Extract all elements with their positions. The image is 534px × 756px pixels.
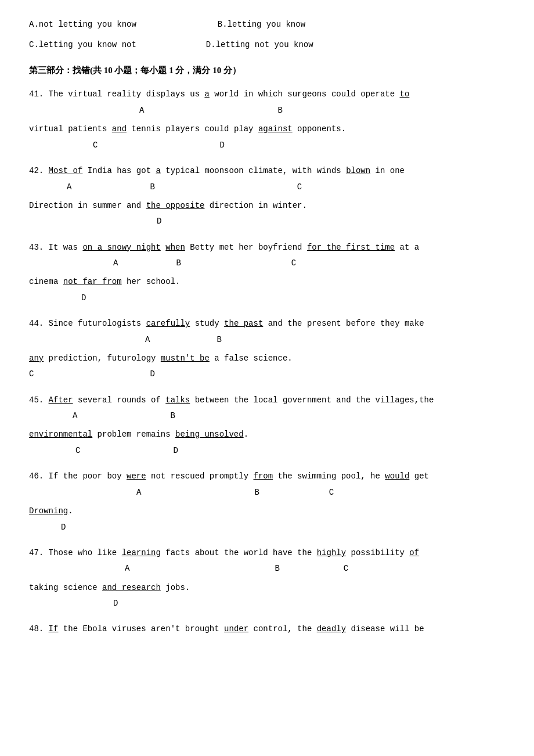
q47-underline-b: highly	[317, 548, 346, 557]
q47-label-a: A	[125, 561, 129, 576]
q46-label-c: C	[329, 485, 334, 500]
q46-text1: 46. If the poor boy were not rescued pro…	[29, 469, 505, 484]
q45-underline-b: talks	[165, 395, 190, 405]
q47-labels1: A B C	[29, 561, 505, 576]
q47-labels2: D	[29, 596, 505, 611]
q46-label-a: A	[136, 485, 141, 500]
q44-labels2: C D	[29, 367, 505, 381]
q43-labels1: A B C	[29, 256, 505, 271]
question-41: 41. The virtual reality displays us a wo…	[29, 87, 505, 153]
q41-label-d: D	[219, 138, 224, 153]
q41-underline-c: and	[112, 124, 127, 134]
q42-labels2: D	[29, 214, 505, 229]
q41-labels1: A B	[29, 103, 505, 118]
q43-label-c: C	[291, 256, 296, 271]
q44-labels1: A B	[29, 333, 505, 347]
q47-label-d: D	[113, 596, 118, 611]
q42-labels1: A B C	[29, 180, 505, 195]
q48-underline-a: If	[49, 624, 59, 633]
question-48: 48. If the Ebola viruses aren't brought …	[29, 621, 505, 637]
q46-labels2: D	[29, 520, 505, 535]
question-45: 45. After several rounds of talks betwee…	[29, 393, 505, 459]
q42-label-d: D	[157, 214, 161, 229]
q41-label-a: A	[139, 103, 144, 118]
answer-row-1: A.not letting you know B.letting you kno…	[29, 17, 505, 32]
question-44: 44. Since futurologists carefully study …	[29, 316, 505, 382]
answer-row-2: C.letting you know not D.letting not you…	[29, 38, 505, 52]
q46-underline-d: Drowning	[29, 506, 68, 516]
main-content: A.not letting you know B.letting you kno…	[29, 17, 505, 637]
q43-underline-c: for the first time	[307, 243, 395, 252]
q42-label-b: B	[150, 180, 154, 195]
q42-text2: Direction in summer and the opposite dir…	[29, 198, 505, 214]
q43-labels2: D	[29, 291, 505, 305]
q42-text1: 42. Most of India has got a typical moon…	[29, 163, 505, 179]
q43-text1: 43. It was on a snowy night when Betty m…	[29, 240, 505, 255]
option-a: A.not letting you know	[29, 17, 136, 32]
q44-underline-c: any	[29, 354, 44, 363]
q45-label-a: A	[73, 409, 77, 423]
q46-text2: Drowning.	[29, 503, 505, 519]
q46-underline-a: were	[127, 471, 146, 481]
q45-underline-d: being unsolved	[175, 430, 244, 439]
q41-underline-b: to	[400, 89, 410, 99]
q44-label-a: A	[145, 333, 150, 347]
q46-label-d: D	[61, 520, 66, 535]
q41-underline-d: against	[258, 124, 293, 134]
q41-labels2: C D	[29, 138, 505, 153]
q47-label-c: C	[344, 561, 348, 576]
q44-label-b: B	[217, 333, 221, 347]
q41-underline-a: a	[204, 89, 209, 99]
q43-label-d: D	[81, 291, 86, 305]
q48-underline-b: under	[224, 624, 248, 633]
q45-underline-a: After	[49, 395, 73, 405]
q41-text1: 41. The virtual reality displays us a wo…	[29, 87, 505, 102]
q45-label-d: D	[173, 444, 178, 458]
option-d: D.letting not you know	[206, 38, 313, 52]
q46-underline-b: from	[253, 471, 273, 481]
q44-underline-b: the past	[224, 319, 263, 328]
q45-label-c: C	[75, 444, 80, 458]
q42-underline-c: blown	[346, 166, 370, 175]
q43-label-b: B	[176, 256, 181, 271]
q44-underline-d: mustn't be	[161, 354, 210, 363]
q42-label-a: A	[67, 180, 71, 195]
q41-label-c: C	[93, 138, 98, 153]
option-c: C.letting you know not	[29, 38, 136, 52]
question-43: 43. It was on a snowy night when Betty m…	[29, 240, 505, 306]
q47-underline-d: and research	[102, 583, 161, 592]
section-title: 第三部分：找错(共 10 小题；每小题 1 分，满分 10 分）	[29, 63, 505, 78]
q46-label-b: B	[254, 485, 259, 500]
q45-labels2: C D	[29, 444, 505, 458]
q48-text1: 48. If the Ebola viruses aren't brought …	[29, 621, 505, 637]
q45-text1: 45. After several rounds of talks betwee…	[29, 393, 505, 408]
q43-text2: cinema not far from her school.	[29, 274, 505, 290]
q47-text2: taking science and research jobs.	[29, 580, 505, 596]
q44-underline-a: carefully	[146, 319, 190, 328]
q43-label-a: A	[113, 256, 118, 271]
q41-text2: virtual patients and tennis players coul…	[29, 121, 505, 137]
q44-text2: any prediction, futurology mustn't be a …	[29, 351, 505, 366]
q47-text1: 47. Those who like learning facts about …	[29, 545, 505, 561]
q44-label-c: C	[29, 367, 34, 381]
q47-underline-c: of	[409, 548, 419, 557]
question-42: 42. Most of India has got a typical moon…	[29, 163, 505, 229]
q46-underline-c: would	[385, 471, 409, 481]
q46-labels1: A B C	[29, 485, 505, 500]
q42-underline-a: Most of	[49, 166, 83, 175]
q42-label-c: C	[297, 180, 302, 195]
q44-label-d: D	[150, 367, 154, 381]
q43-underline-b: when	[165, 243, 185, 252]
q45-labels1: A B	[29, 409, 505, 423]
option-b: B.letting you know	[218, 17, 305, 32]
q48-underline-c: deadly	[317, 624, 346, 633]
q43-underline-a: on a snowy night	[82, 243, 160, 252]
q43-underline-d: not far from	[63, 277, 122, 286]
q47-label-b: B	[275, 561, 279, 576]
q45-underline-c: environmental	[29, 430, 92, 439]
q45-label-b: B	[170, 409, 175, 423]
question-47: 47. Those who like learning facts about …	[29, 545, 505, 611]
q44-text1: 44. Since futurologists carefully study …	[29, 316, 505, 332]
question-46: 46. If the poor boy were not rescued pro…	[29, 469, 505, 535]
q47-underline-a: learning	[122, 548, 161, 557]
